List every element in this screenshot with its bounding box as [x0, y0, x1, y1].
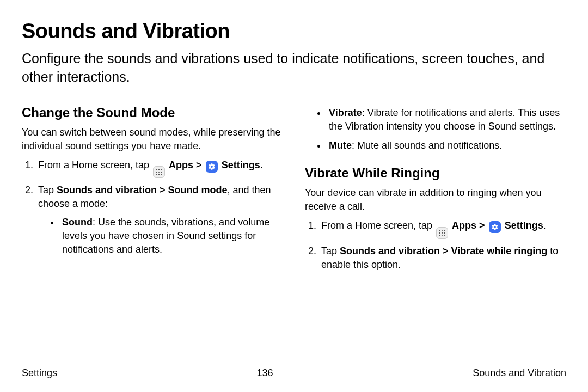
- mute-desc: : Mute all sounds and notifications.: [352, 140, 502, 151]
- vibrate-while-ringing-heading: Vibrate While Ringing: [305, 166, 566, 181]
- mute-bold: Mute: [329, 140, 352, 151]
- intro-text: Configure the sounds and vibrations used…: [22, 50, 555, 87]
- vwr-step-1: From a Home screen, tap Apps > Settings.: [319, 219, 566, 238]
- vibrate-while-ringing-steps: From a Home screen, tap Apps > Settings.…: [305, 219, 566, 272]
- chevron-1: >: [196, 160, 205, 170]
- period-1: .: [260, 160, 263, 170]
- vibrate-desc: : Vibrate for notifications and alerts. …: [329, 107, 560, 132]
- step-1: From a Home screen, tap Apps > Settings.: [36, 158, 283, 178]
- sound-mode-options: Sound: Use the sounds, vibrations, and v…: [38, 216, 283, 257]
- vwr-step2-prefix: Tap: [321, 246, 340, 256]
- sound-desc: : Use the sounds, vibrations, and volume…: [62, 217, 270, 255]
- vwr-step-2: Tap Sounds and vibration > Vibrate while…: [319, 244, 566, 272]
- step2-bold: Sounds and vibration > Sound mode: [57, 185, 228, 195]
- footer-right: Sounds and Vibration: [473, 367, 566, 379]
- change-sound-mode-steps: From a Home screen, tap Apps > Settings.…: [22, 158, 283, 256]
- change-sound-mode-heading: Change the Sound Mode: [22, 105, 283, 120]
- vwr-step1-prefix: From a Home screen, tap: [321, 220, 435, 231]
- settings-label-2: Settings: [505, 220, 543, 231]
- vibrate-bold: Vibrate: [329, 107, 362, 118]
- option-mute: Mute: Mute all sounds and notifications.: [327, 139, 566, 152]
- settings-label: Settings: [222, 160, 260, 170]
- change-sound-mode-desc: You can switch between sound modes, whil…: [22, 126, 283, 153]
- apps-label-2: Apps: [452, 220, 476, 231]
- apps-label: Apps: [169, 160, 193, 170]
- option-sound: Sound: Use the sounds, vibrations, and v…: [60, 216, 283, 257]
- settings-icon: [206, 161, 218, 173]
- apps-icon: [153, 166, 165, 178]
- content-columns: Change the Sound Mode You can switch bet…: [22, 103, 566, 278]
- vwr-step2-bold: Sounds and vibration > Vibrate while rin…: [340, 246, 547, 256]
- page-title: Sounds and Vibration: [22, 20, 566, 43]
- step2-prefix: Tap: [38, 185, 57, 195]
- right-column: Vibrate: Vibrate for notifications and a…: [305, 103, 566, 278]
- footer-page-number: 136: [257, 367, 273, 379]
- sound-bold: Sound: [62, 217, 93, 228]
- apps-icon: [436, 227, 448, 239]
- settings-icon: [489, 221, 501, 233]
- sound-mode-options-cont: Vibrate: Vibrate for notifications and a…: [305, 106, 566, 153]
- step1-prefix: From a Home screen, tap: [38, 160, 152, 170]
- period-2: .: [543, 220, 546, 231]
- footer-left: Settings: [22, 367, 57, 379]
- left-column: Change the Sound Mode You can switch bet…: [22, 103, 283, 278]
- option-vibrate: Vibrate: Vibrate for notifications and a…: [327, 106, 566, 133]
- page-footer: Settings 136 Sounds and Vibration: [22, 367, 566, 379]
- chevron-2: >: [479, 220, 488, 231]
- step-2: Tap Sounds and vibration > Sound mode, a…: [36, 183, 283, 256]
- vibrate-while-ringing-desc: Your device can vibrate in addition to r…: [305, 186, 566, 213]
